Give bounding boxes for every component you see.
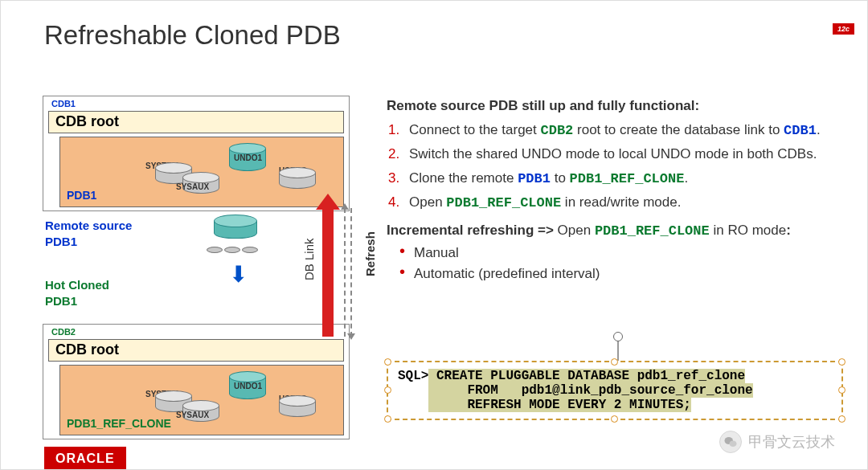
wechat-icon bbox=[719, 431, 742, 453]
rotate-handle-icon[interactable] bbox=[613, 332, 623, 341]
dblink-line-icon bbox=[344, 208, 346, 337]
step-2: 2.Switch the shared UNDO mode to local U… bbox=[404, 144, 845, 165]
bullet-automatic: Automatic (predefined interval) bbox=[414, 264, 845, 284]
sql-line-2: SQL> FROM pdb1@link_pdb_source_for_clone bbox=[398, 383, 832, 398]
clone-arrow-icon: ⬇ bbox=[229, 261, 248, 288]
refresh-mode-list: Manual Automatic (predefined interval) bbox=[387, 243, 845, 284]
selection-handle-icon[interactable] bbox=[384, 386, 391, 394]
sql-code-box[interactable]: SQL> CREATE PLUGGABLE DATABASE pdb1_ref_… bbox=[387, 361, 843, 420]
users-cylinder-icon bbox=[279, 173, 316, 189]
step-1: 1.Connect to the target CDB2 root to cre… bbox=[404, 120, 845, 141]
remote-source-label: Remote sourcePDB1 bbox=[45, 218, 132, 249]
selection-handle-icon[interactable] bbox=[384, 358, 391, 366]
sql-line-1: SQL> CREATE PLUGGABLE DATABASE pdb1_ref_… bbox=[398, 369, 832, 383]
pdb1-label: PDB1 bbox=[67, 189, 96, 202]
selection-handle-icon[interactable] bbox=[838, 386, 845, 394]
bullet-manual: Manual bbox=[414, 243, 845, 264]
selection-handle-icon[interactable] bbox=[611, 415, 618, 423]
architecture-diagram: CDB1 CDB root PDB1 UNDO1 SYSTEM SYSAUX bbox=[43, 96, 371, 457]
selection-handle-icon[interactable] bbox=[838, 358, 845, 366]
refresh-arrow-icon bbox=[322, 208, 334, 337]
heading-remote-source: Remote source PDB still up and fully fun… bbox=[387, 96, 845, 116]
cdb1-container: CDB1 CDB root PDB1 UNDO1 SYSTEM SYSAUX bbox=[43, 96, 350, 211]
selection-handle-icon[interactable] bbox=[611, 358, 618, 366]
slide-title: Refreshable Cloned PDB bbox=[44, 20, 341, 51]
watermark: 甲骨文云技术 bbox=[719, 431, 835, 453]
cdb1-label: CDB1 bbox=[51, 99, 76, 108]
pdb1-ref-clone-box: PDB1_REF_CLONE UNDO1 SYSTEM SYSAUX USERS bbox=[59, 365, 344, 435]
pdb1-ref-clone-label: PDB1_REF_CLONE bbox=[67, 417, 171, 430]
undo-cylinder-icon: UNDO1 bbox=[229, 149, 266, 171]
step-3: 3.Clone the remote PDB1 to PDB1_REF_CLON… bbox=[404, 168, 845, 190]
svg-point-1 bbox=[730, 441, 737, 448]
undo-cylinder-icon: UNDO1 bbox=[229, 377, 266, 399]
selection-handle-icon[interactable] bbox=[838, 415, 845, 423]
disk-stack-icon bbox=[208, 221, 256, 253]
users-cylinder-icon bbox=[279, 401, 316, 417]
rotate-stem bbox=[617, 341, 619, 361]
steps-list: 1.Connect to the target CDB2 root to cre… bbox=[387, 120, 845, 214]
version-badge: 12c bbox=[833, 23, 854, 35]
cdb2-root: CDB root bbox=[48, 339, 344, 362]
dblink-label: DB Link bbox=[302, 238, 316, 280]
dblink-line-icon bbox=[350, 208, 352, 337]
heading-incremental: Incremental refreshing => Open PDB1_REF_… bbox=[387, 220, 845, 242]
cdb2-container: CDB2 CDB root PDB1_REF_CLONE UNDO1 SYSTE… bbox=[43, 324, 350, 439]
content-text: Remote source PDB still up and fully fun… bbox=[387, 96, 845, 284]
pdb1-box: PDB1 UNDO1 SYSTEM SYSAUX USERS bbox=[59, 137, 344, 207]
refresh-label: Refresh bbox=[363, 231, 377, 276]
selection-handle-icon[interactable] bbox=[384, 415, 391, 423]
watermark-text: 甲骨文云技术 bbox=[748, 432, 835, 452]
sql-line-3: SQL> REFRESH MODE EVERY 2 MINUTES; bbox=[398, 398, 832, 412]
step-4: 4.Open PDB1_REF_CLONE in read/write mode… bbox=[404, 192, 845, 214]
cdb1-root: CDB root bbox=[48, 111, 344, 133]
oracle-logo: ORACLE bbox=[44, 447, 126, 469]
hot-cloned-label: Hot ClonedPDB1 bbox=[45, 277, 109, 309]
cdb2-label: CDB2 bbox=[51, 327, 76, 337]
